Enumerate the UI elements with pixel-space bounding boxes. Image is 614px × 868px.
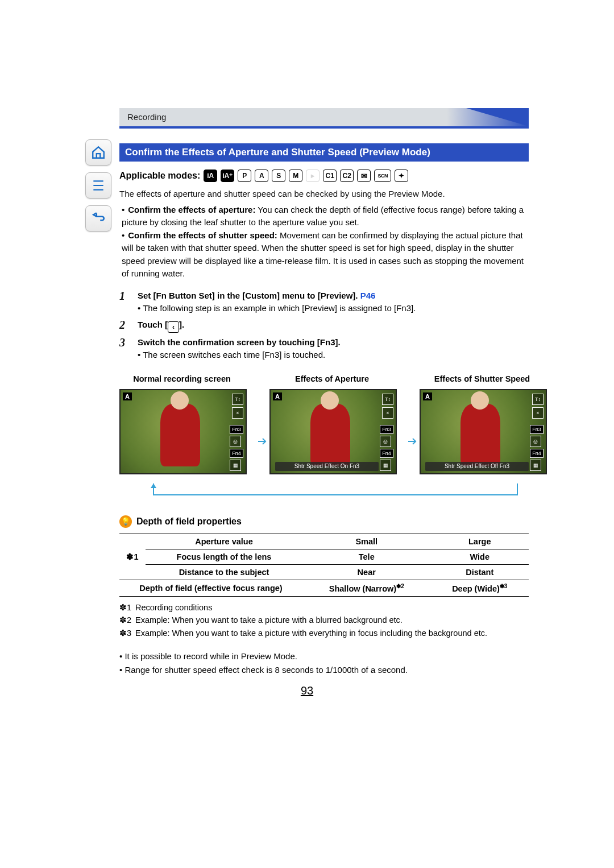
footnote-mark: ✽2 [119,614,135,626]
fn4-icon: Fn4 [380,449,393,458]
mode-badge: A [423,392,432,400]
mode-icon: C1 [323,170,337,182]
mode-icon: ✉ [357,170,371,182]
step-number: 1 [119,290,130,315]
end-notes: It is possible to record while in Previe… [119,650,529,677]
card-icon: ▦ [230,460,241,471]
table-cell: Shallow (Narrow)✽2 [302,580,430,596]
applicable-modes-row: Applicable modes: iA iA⁺ P A S M ▸ C1 C2… [119,170,529,182]
mode-badge: A [123,392,132,400]
mode-icon: ✦ [395,170,408,182]
step-title: Touch [‹]. [138,320,184,329]
footnote-mark: ✽1 [119,601,135,614]
mode-icon: S [272,170,285,182]
table-cell: Near [302,564,430,580]
card-icon: ▦ [380,460,391,471]
dof-table: ✽1 Aperture value Small Large Focus leng… [119,534,529,597]
table-cell: Depth of field (effective focus range) [119,580,302,596]
bullet-lead: Confirm the effects of shutter speed: [128,230,277,240]
footnote-text: Example: When you want to take a picture… [135,627,487,639]
target-icon: ◎ [230,436,241,447]
mode-icon: iA [204,170,217,182]
screen-preview: A T↕× Fn3 ◎ Fn4 ▦ Shtr Speed Effect Off … [420,389,547,474]
zoom-x-icon: × [382,407,393,419]
fn3-icon: Fn3 [530,425,544,434]
zoom-x-icon: × [532,407,544,419]
page-reference-link[interactable]: P46 [360,291,376,300]
mode-icon: ▸ [306,170,320,182]
bullet-lead: Confirm the effects of aperture: [128,205,255,214]
table-cell: Distant [430,564,529,580]
flow-arrows [119,478,529,501]
breadcrumb: Recording [119,108,529,129]
zoom-x-icon: × [232,407,243,419]
target-icon: ◎ [530,436,541,447]
step-sub: The screen switches each time [Fn3] is t… [138,349,529,362]
note-item: It is possible to record while in Previe… [119,650,529,663]
step-number: 2 [119,319,130,333]
table-rowspan-marker: ✽1 [119,534,146,580]
overlay-text: Shtr Speed Effect Off Fn3 [425,462,529,471]
screen-label: Effects of Aperture [269,374,395,385]
fn4-icon: Fn4 [530,449,544,458]
fn3-icon: Fn3 [230,425,243,434]
screen-preview: A T↕× Fn3 ◎ Fn4 ▦ Shtr Speed Effect On F… [269,389,397,474]
table-cell: Small [302,534,430,549]
arrow-right-icon [407,436,417,447]
mode-icon: SCN [374,170,391,182]
zoom-t-icon: T↕ [382,394,393,405]
table-cell: Wide [430,549,529,564]
page-number[interactable]: 93 [0,684,614,697]
contents-icon[interactable] [85,172,111,199]
mode-icon: A [255,170,268,182]
tip-icon: 💡 [119,515,132,528]
zoom-t-icon: T↕ [232,394,243,405]
step-sub: The following step is an example in whic… [138,302,529,315]
sidebar [85,139,111,232]
table-cell: Tele [302,549,430,564]
preview-screens: Normal recording screen A T↕× Fn3 ◎ Fn4 … [119,374,529,474]
home-icon[interactable] [85,139,111,166]
fn4-icon: Fn4 [230,449,243,458]
dof-header: 💡 Depth of field properties [119,515,529,528]
arrow-right-icon [257,436,267,447]
step-number: 3 [119,336,130,362]
screen-label: Normal recording screen [119,374,244,385]
steps: 1 Set [Fn Button Set] in the [Custom] me… [119,290,529,362]
overlay-text: Shtr Speed Effect On Fn3 [275,462,379,471]
back-icon[interactable] [85,205,111,232]
note-item: Range for shutter speed effect check is … [119,663,529,677]
footnotes: ✽1Recording conditions ✽2Example: When y… [119,601,529,639]
table-cell: Distance to the subject [146,564,302,580]
section-title: Confirm the Effects of Aperture and Shut… [119,143,529,162]
card-icon: ▦ [530,460,541,471]
footnote-mark: ✽3 [119,627,135,639]
mode-icon: P [238,170,251,182]
touch-tab-icon: ‹ [168,321,179,333]
footnote-text: Example: When you want to take a picture… [135,614,403,626]
target-icon: ◎ [380,436,391,447]
table-cell: Deep (Wide)✽3 [430,580,529,596]
step-title: Set [Fn Button Set] in the [Custom] menu… [138,291,360,300]
intro-bullets: Confirm the effects of aperture: You can… [119,204,529,280]
intro-text: The effects of aperture and shutter spee… [119,188,529,200]
table-cell: Focus length of the lens [146,549,302,564]
applicable-modes-label: Applicable modes: [119,171,200,181]
mode-icon: iA⁺ [221,170,234,182]
zoom-t-icon: T↕ [532,394,544,405]
footnote-text: Recording conditions [135,601,212,614]
fn3-icon: Fn3 [380,425,393,434]
mode-icon: M [289,170,302,182]
step-title: Switch the confirmation screen by touchi… [138,337,341,347]
screen-preview: A T↕× Fn3 ◎ Fn4 ▦ [119,389,247,474]
screen-label: Effects of Shutter Speed [420,374,545,385]
dof-title: Depth of field properties [136,516,242,527]
table-cell: Aperture value [146,534,302,549]
mode-icon: C2 [340,170,354,182]
mode-badge: A [273,392,282,400]
table-cell: Large [430,534,529,549]
